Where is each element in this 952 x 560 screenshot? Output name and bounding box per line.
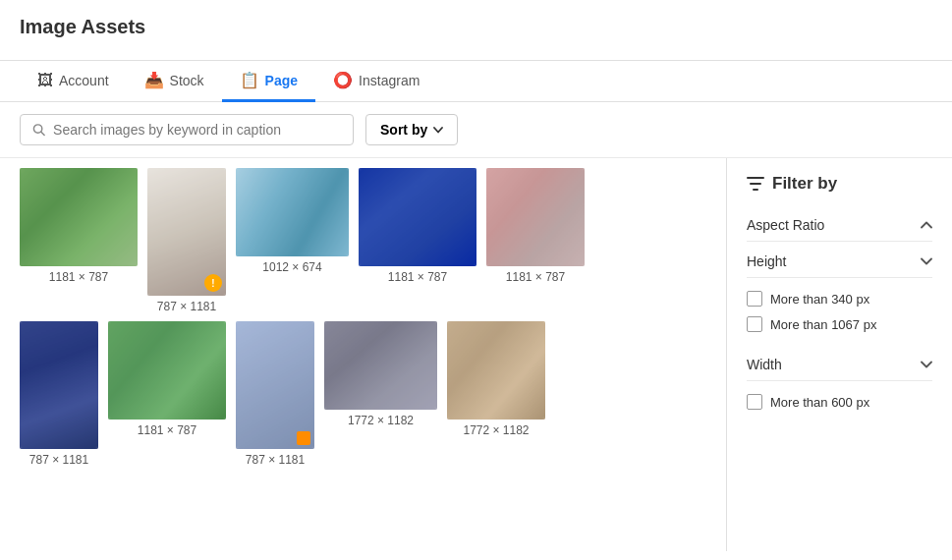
list-item[interactable]: 787 × 1181 [20,321,98,467]
tab-stock[interactable]: 📥 Stock [127,61,222,102]
height-options: More than 340 px More than 1067 px [747,278,932,345]
image-dimensions: 787 × 1181 [157,300,216,313]
filter-section-width: Width More than 600 px [747,349,932,422]
page-title: Image Assets [20,16,932,38]
search-box [20,114,354,145]
filter-option-height-340[interactable]: More than 340 px [747,286,932,311]
list-item[interactable]: 787 × 1181 [236,321,314,467]
filter-title: Filter by [747,174,932,194]
list-item[interactable]: 1772 × 1182 [447,321,545,467]
image-dimensions: 1012 × 674 [262,260,321,274]
main-content: 1181 × 787 ! 787 × 1181 1012 × 674 [0,158,952,551]
filter-section-header-width[interactable]: Width [747,349,932,381]
stock-icon: 📥 [144,71,164,89]
chevron-down-icon [921,361,932,368]
checkbox-width-600[interactable] [747,394,762,410]
list-item[interactable]: ! 787 × 1181 [147,168,226,313]
tab-account[interactable]: 🖼 Account [20,61,127,102]
account-icon: 🖼 [37,72,53,89]
list-item[interactable]: 1181 × 787 [486,168,585,313]
instagram-icon: ⭕ [333,71,353,89]
list-item[interactable]: 1181 × 787 [20,168,138,313]
toolbar: Sort by [0,102,952,158]
filter-option-height-1067[interactable]: More than 1067 px [747,311,932,337]
image-dimensions: 1772 × 1182 [348,414,414,427]
image-dimensions: 1772 × 1182 [463,423,529,437]
tab-instagram[interactable]: ⭕ Instagram [315,61,437,102]
filter-section-aspect-ratio: Aspect Ratio [747,209,932,242]
filter-section-header-height[interactable]: Height [747,246,932,278]
filter-section-height: Height More than 340 px More than 1067 p… [747,246,932,345]
image-dimensions: 1181 × 787 [388,270,447,284]
image-dimensions: 1181 × 787 [506,270,565,284]
list-item[interactable]: 1181 × 787 [108,321,226,467]
image-dimensions: 1181 × 787 [49,270,108,284]
image-row-2: 787 × 1181 1181 × 787 787 × 1181 [20,321,706,467]
filter-panel: Filter by Aspect Ratio Height [726,158,952,551]
search-input[interactable] [53,122,341,138]
tab-page[interactable]: 📋 Page [222,61,315,102]
image-dimensions: 787 × 1181 [246,453,305,467]
checkbox-height-340[interactable] [747,291,762,307]
image-dimensions: 787 × 1181 [29,453,88,467]
chevron-up-icon [921,221,932,229]
orange-badge [297,431,310,445]
image-dimensions: 1181 × 787 [138,423,196,437]
width-options: More than 600 px [747,381,932,422]
chevron-down-icon [433,127,443,134]
list-item[interactable]: 1181 × 787 [359,168,476,313]
page-icon: 📋 [240,71,259,89]
tab-bar: 🖼 Account 📥 Stock 📋 Page ⭕ Instagram [0,61,952,102]
filter-option-width-600[interactable]: More than 600 px [747,389,932,415]
sort-button[interactable]: Sort by [365,114,458,145]
filter-section-header-aspect-ratio[interactable]: Aspect Ratio [747,209,932,242]
page-header: Image Assets [0,0,952,61]
warning-badge: ! [204,274,222,292]
list-item[interactable]: 1012 × 674 [236,168,349,313]
checkbox-height-1067[interactable] [747,316,762,332]
chevron-down-icon [921,257,932,265]
image-grid: 1181 × 787 ! 787 × 1181 1012 × 674 [0,158,726,551]
list-item[interactable]: 1772 × 1182 [324,321,437,467]
image-row-1: 1181 × 787 ! 787 × 1181 1012 × 674 [20,168,706,313]
svg-line-1 [41,132,44,135]
filter-icon [747,175,764,193]
search-icon [32,123,45,137]
